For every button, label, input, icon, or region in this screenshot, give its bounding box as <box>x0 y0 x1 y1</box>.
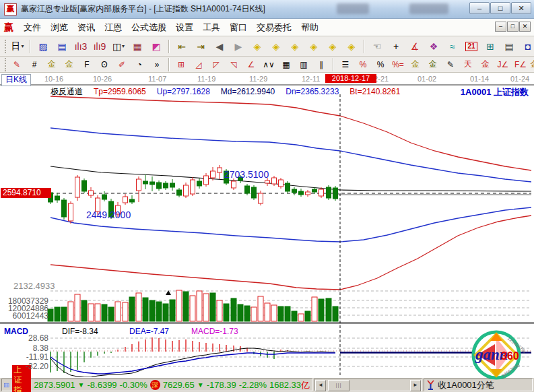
window-title: 赢家江恩专业版[赢家内部服务平台] - [上证指数 SH1A0001-74日K线… <box>21 3 265 15</box>
gold-angle-button[interactable]: 金 <box>477 57 494 71</box>
gold-grid-button[interactable]: 金 <box>44 57 60 71</box>
scale-tick-label: 60012443 <box>0 311 48 321</box>
memo-button[interactable]: ▤ <box>500 38 518 55</box>
toolbar-separator <box>168 40 170 53</box>
redacted-area <box>337 3 369 14</box>
prev-bar-button[interactable]: ◀ <box>211 38 228 55</box>
gann-box-button[interactable]: ⊞ <box>173 57 189 71</box>
info-board-icon[interactable]: ▦ <box>129 38 146 55</box>
color-flag-chart-icon[interactable]: ◩ <box>147 38 165 55</box>
count-bars-glyph: ☰ <box>342 60 349 69</box>
gann-wheel-glyph: ❖ <box>430 41 438 52</box>
parallel-lines-button[interactable]: ∥ <box>313 57 329 71</box>
calendar-button[interactable]: 21 <box>463 38 480 55</box>
scrollbar-thumb[interactable]: ||| <box>328 380 349 391</box>
toolbar-separator <box>30 40 31 53</box>
toolbar-grip[interactable] <box>5 40 6 53</box>
scroll-left-button[interactable]: ◄ <box>315 380 326 391</box>
percent-line-button[interactable]: % <box>355 57 371 71</box>
diamond-right-button[interactable]: ◈ <box>267 38 285 55</box>
toolbar-grip[interactable] <box>5 58 6 71</box>
sz-value: 7629.65 <box>163 380 195 390</box>
prev-bar-glyph: ◀ <box>216 41 224 52</box>
channel-value: Dn=2365.3233 <box>286 87 339 96</box>
close-button[interactable]: ✕ <box>511 2 531 14</box>
menu-item-窗口[interactable]: 窗口 <box>225 20 252 36</box>
j-angle-button[interactable]: J∠ <box>495 57 511 71</box>
menu-item-设置[interactable]: 设置 <box>171 20 198 36</box>
grid-tool-button[interactable]: # <box>26 57 42 71</box>
parallel-lines-glyph: ∥ <box>319 60 323 69</box>
sky-wave-button[interactable]: 天 <box>460 57 476 71</box>
mdi-restore-button[interactable]: □ <box>507 22 519 32</box>
mdi-minimize-button[interactable]: – <box>495 22 506 32</box>
ruler-pen-button[interactable]: ✐ <box>114 57 130 71</box>
spiral-tool-button[interactable]: ʘ <box>96 57 112 71</box>
diamond-center-button[interactable]: ◈ <box>343 38 360 55</box>
angle-lines-button[interactable]: ∠ <box>243 57 259 71</box>
save-button[interactable]: ◘ <box>519 38 534 55</box>
report-list-icon[interactable]: ▤ <box>53 38 71 55</box>
f-angle-button[interactable]: F∠ <box>512 57 529 71</box>
first-bar-button[interactable]: ⇤ <box>173 38 191 55</box>
box-fan-button[interactable]: ◹ <box>226 57 242 71</box>
percent-button[interactable]: % <box>372 57 389 71</box>
more-tools-button[interactable]: » <box>149 57 165 71</box>
dense-grid-button[interactable]: ▦ <box>278 57 294 71</box>
mdi-close-button[interactable]: ✕ <box>519 22 531 32</box>
hand-tool-button[interactable]: ☜ <box>368 38 386 55</box>
count-bars-button[interactable]: ☰ <box>337 57 354 71</box>
horizontal-scrollbar[interactable]: ◄ ||| ► <box>314 379 422 391</box>
box-fan-glyph: ◹ <box>230 60 236 69</box>
scale-tick-label: -11.91 <box>0 352 48 362</box>
diamond-shrink-button[interactable]: ◈ <box>305 38 323 55</box>
half-grid-button[interactable]: ▥ <box>296 57 312 71</box>
maximize-button[interactable]: □ <box>490 2 510 14</box>
next-bar-button[interactable]: ▶ <box>230 38 247 55</box>
gold-grid2-button[interactable]: 金 <box>61 57 77 71</box>
scroll-right-button[interactable]: ► <box>410 380 421 391</box>
kline-period-button[interactable]: 日▾ <box>9 38 26 55</box>
fan-box-button[interactable]: ◸ <box>208 57 224 71</box>
menu-item-文件[interactable]: 文件 <box>19 20 46 36</box>
fan-lines-button[interactable]: ◿ <box>191 57 207 71</box>
candle-style-glyph: ◫ <box>112 41 121 52</box>
angle-compass-button[interactable]: ∡ <box>406 38 424 55</box>
menu-item-工具[interactable]: 工具 <box>198 20 225 36</box>
scale-tick-label: 28.68 <box>0 333 48 343</box>
candle-style-button[interactable]: ◫▾ <box>110 38 127 55</box>
f-grid-button[interactable]: F <box>79 57 95 71</box>
gold-levels-button[interactable]: 金 <box>425 57 441 71</box>
gold-circle-button[interactable]: 金 <box>407 57 424 71</box>
menu-item-浏览[interactable]: 浏览 <box>46 20 73 36</box>
percent-levels-button[interactable]: %= <box>390 57 406 71</box>
last-bar-button[interactable]: ⇥ <box>192 38 209 55</box>
minimize-button[interactable]: – <box>469 2 490 14</box>
diamond-move-glyph: ◈ <box>329 41 337 52</box>
diamond-expand-button[interactable]: ◈ <box>286 38 304 55</box>
diamond-move-button[interactable]: ◈ <box>324 38 341 55</box>
brush-tool-button[interactable]: ✎ <box>9 57 25 71</box>
crosshair-tool-button[interactable]: + <box>387 38 405 55</box>
shenzhen-badge-icon[interactable]: 深 <box>150 380 160 390</box>
gann-wheel-button[interactable]: ❖ <box>425 38 442 55</box>
menu-item-江恩[interactable]: 江恩 <box>100 20 127 36</box>
menu-item-交易委托[interactable]: 交易委托 <box>252 20 296 36</box>
calculator-button[interactable]: ⊞ <box>481 38 499 55</box>
period-selector[interactable]: 日K线 <box>1 74 31 86</box>
zigzag-button[interactable]: ∧∨ <box>261 57 277 71</box>
pen-tool-button[interactable]: ✎ <box>442 57 459 71</box>
market-table-icon[interactable] <box>4 381 9 390</box>
minute-3-chart-icon[interactable]: ılı3 <box>72 38 90 55</box>
gold2-angle-button[interactable]: 金∠ <box>530 57 534 71</box>
menu-item-帮助[interactable]: 帮助 <box>296 20 323 36</box>
clock-cycle-button[interactable]: ◔ <box>131 57 147 71</box>
menu-item-资讯[interactable]: 资讯 <box>73 20 100 36</box>
minute-9-chart-icon[interactable]: ılı9 <box>91 38 108 55</box>
diamond-left-button[interactable]: ◈ <box>248 38 266 55</box>
swing-low-label: 2449.2000 <box>86 209 131 220</box>
wave-tool-button[interactable]: ≈ <box>444 38 461 55</box>
report-list-icon-glyph: ▤ <box>57 41 66 52</box>
trend-picture-icon[interactable]: ▨ <box>34 38 52 55</box>
menu-item-公式选股[interactable]: 公式选股 <box>127 20 171 36</box>
